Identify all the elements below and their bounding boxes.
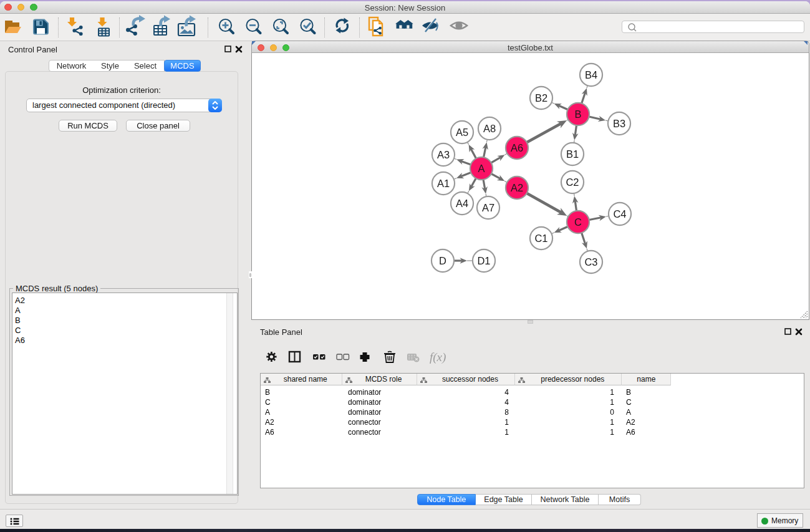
svg-text:A6: A6 [511, 142, 523, 153]
svg-text:A2: A2 [511, 182, 523, 193]
svg-text:B2: B2 [535, 92, 547, 104]
svg-text:A5: A5 [456, 127, 468, 138]
svg-text:A1: A1 [437, 178, 450, 189]
svg-text:f(x): f(x) [430, 351, 446, 364]
svg-text:D1: D1 [477, 255, 490, 266]
svg-text:C4: C4 [613, 208, 626, 220]
svg-text:C2: C2 [566, 177, 579, 188]
svg-text:C3: C3 [584, 256, 597, 268]
svg-text:A4: A4 [456, 198, 468, 209]
svg-text:B4: B4 [585, 69, 597, 80]
svg-text:A3: A3 [437, 149, 450, 160]
svg-text:B: B [574, 109, 581, 120]
svg-text:A7: A7 [482, 202, 494, 213]
svg-text:A8: A8 [483, 123, 496, 134]
svg-text:A: A [478, 163, 485, 174]
svg-text:B3: B3 [613, 118, 625, 129]
svg-text:C: C [574, 216, 582, 228]
svg-text:B1: B1 [566, 148, 579, 160]
svg-text:D: D [439, 255, 446, 266]
svg-text:C1: C1 [534, 233, 547, 244]
